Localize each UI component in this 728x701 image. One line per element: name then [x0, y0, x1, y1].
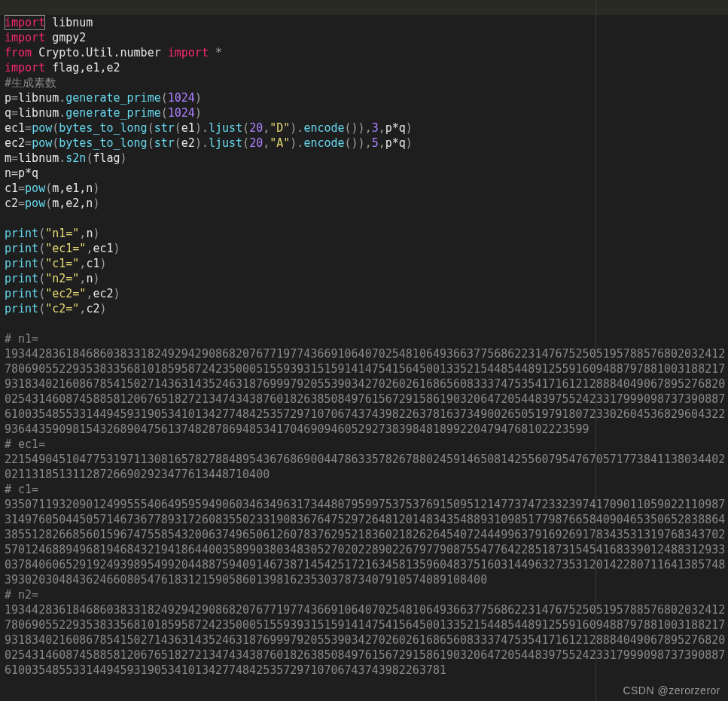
watermark: CSDN @zerorzeror: [623, 683, 720, 698]
var-name: ec1: [5, 121, 25, 135]
string-literal: "n2=": [45, 272, 79, 285]
module-name: Crypto.Util.number: [38, 46, 161, 59]
string-literal: "D": [270, 121, 290, 135]
var-name: c2: [5, 197, 18, 210]
function-name: pow: [32, 121, 52, 135]
function-name: print: [5, 287, 38, 300]
string-literal: "n1=": [45, 227, 79, 240]
var-name: p: [5, 91, 11, 105]
string-literal: "A": [270, 136, 290, 150]
function-name: print: [5, 242, 38, 255]
output-c1-value: 9350711932090124995554064959594906034634…: [5, 498, 725, 587]
number-literal: 1024: [168, 106, 195, 120]
function-name: generate_prime: [65, 91, 160, 105]
var-name: m: [5, 151, 11, 165]
assignment: n=p*q: [5, 166, 38, 180]
function-name: print: [5, 227, 38, 240]
string-literal: "c1=": [45, 257, 79, 270]
code-editor[interactable]: import libnum import gmpy2 from Crypto.U…: [5, 0, 728, 678]
comment: #生成素数: [5, 76, 56, 90]
function-name: pow: [32, 136, 52, 150]
string-literal: "c2=": [45, 302, 79, 315]
module-name: flag,e1,e2: [52, 61, 120, 75]
function-name: pow: [25, 197, 45, 210]
module-name: libnum: [52, 16, 93, 29]
function-name: print: [5, 302, 38, 315]
var-name: c1: [5, 181, 18, 195]
output-c1-label: # c1=: [5, 483, 38, 496]
string-literal: "ec1=": [45, 242, 86, 255]
keyword-import: import: [5, 61, 45, 75]
keyword-import: import: [5, 16, 45, 29]
keyword-from: from: [5, 46, 32, 59]
keyword-import: import: [168, 46, 209, 59]
output-n1-label: # n1=: [5, 332, 38, 346]
number-literal: 1024: [168, 91, 195, 105]
output-n2-label: # n2=: [5, 588, 38, 602]
function-name: pow: [25, 181, 45, 195]
function-name: print: [5, 272, 38, 285]
function-name: s2n: [65, 151, 86, 165]
output-comment-block: # n1= 1934428361846860383318249294290868…: [5, 331, 728, 678]
star: *: [215, 46, 222, 59]
function-name: generate_prime: [65, 106, 160, 120]
output-ec1-label: # ec1=: [5, 437, 45, 451]
output-n2-value: 1934428361846860383318249294290868207677…: [5, 603, 725, 677]
module-name: gmpy2: [52, 31, 86, 44]
keyword-import: import: [5, 31, 45, 44]
output-n1-value: 1934428361846860383318249294290868207677…: [5, 347, 725, 436]
output-ec1-value: 2215490451047753197113081657827884895436…: [5, 453, 725, 481]
function-name: print: [5, 257, 38, 270]
var-name: q: [5, 106, 11, 120]
var-name: ec2: [5, 136, 25, 150]
string-literal: "ec2=": [45, 287, 86, 300]
